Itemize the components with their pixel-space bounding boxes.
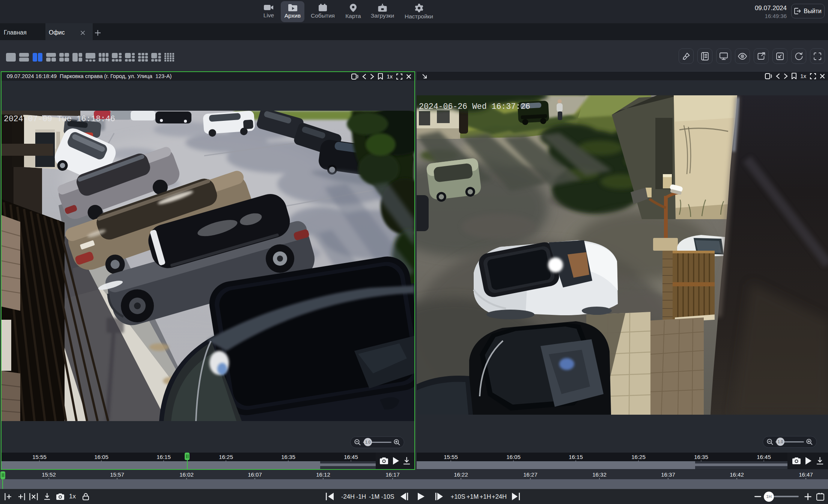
svg-text:2024-07-09 Tue 16:18:46: 2024-07-09 Tue 16:18:46: [4, 114, 115, 123]
svg-text:2024-06-26 Wed 16:37:26: 2024-06-26 Wed 16:37:26: [419, 102, 530, 111]
